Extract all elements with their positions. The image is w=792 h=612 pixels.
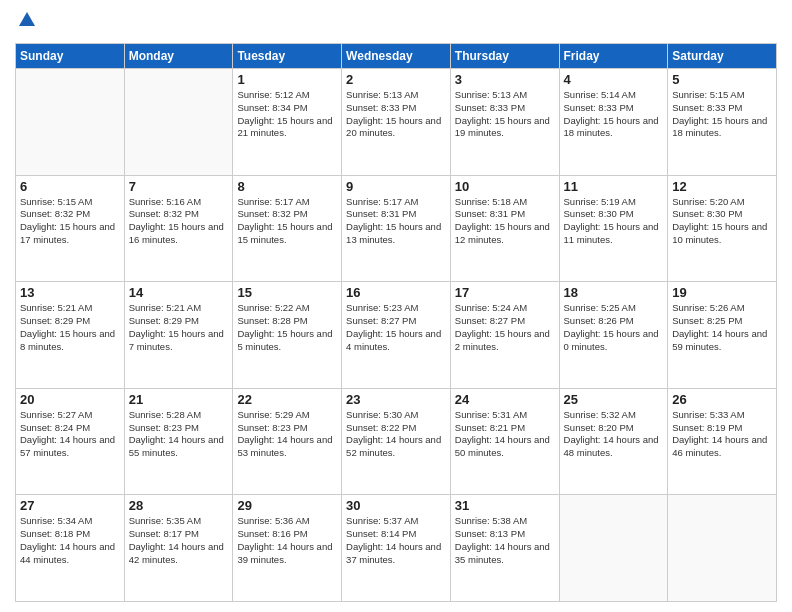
day-number: 21 xyxy=(129,392,229,407)
logo xyxy=(15,10,37,35)
cell-info: Sunrise: 5:29 AM Sunset: 8:23 PM Dayligh… xyxy=(237,409,337,460)
calendar-cell: 14Sunrise: 5:21 AM Sunset: 8:29 PM Dayli… xyxy=(124,282,233,389)
cell-info: Sunrise: 5:35 AM Sunset: 8:17 PM Dayligh… xyxy=(129,515,229,566)
day-number: 3 xyxy=(455,72,555,87)
cell-info: Sunrise: 5:18 AM Sunset: 8:31 PM Dayligh… xyxy=(455,196,555,247)
calendar-cell: 30Sunrise: 5:37 AM Sunset: 8:14 PM Dayli… xyxy=(342,495,451,602)
cell-info: Sunrise: 5:13 AM Sunset: 8:33 PM Dayligh… xyxy=(346,89,446,140)
cell-info: Sunrise: 5:22 AM Sunset: 8:28 PM Dayligh… xyxy=(237,302,337,353)
day-number: 4 xyxy=(564,72,664,87)
calendar-cell: 21Sunrise: 5:28 AM Sunset: 8:23 PM Dayli… xyxy=(124,388,233,495)
cell-info: Sunrise: 5:16 AM Sunset: 8:32 PM Dayligh… xyxy=(129,196,229,247)
cell-info: Sunrise: 5:12 AM Sunset: 8:34 PM Dayligh… xyxy=(237,89,337,140)
calendar-cell: 15Sunrise: 5:22 AM Sunset: 8:28 PM Dayli… xyxy=(233,282,342,389)
day-number: 23 xyxy=(346,392,446,407)
cell-info: Sunrise: 5:36 AM Sunset: 8:16 PM Dayligh… xyxy=(237,515,337,566)
calendar-cell: 12Sunrise: 5:20 AM Sunset: 8:30 PM Dayli… xyxy=(668,175,777,282)
calendar-cell: 7Sunrise: 5:16 AM Sunset: 8:32 PM Daylig… xyxy=(124,175,233,282)
calendar-cell: 22Sunrise: 5:29 AM Sunset: 8:23 PM Dayli… xyxy=(233,388,342,495)
day-number: 20 xyxy=(20,392,120,407)
page: SundayMondayTuesdayWednesdayThursdayFrid… xyxy=(0,0,792,612)
day-number: 25 xyxy=(564,392,664,407)
calendar-cell: 31Sunrise: 5:38 AM Sunset: 8:13 PM Dayli… xyxy=(450,495,559,602)
cell-info: Sunrise: 5:17 AM Sunset: 8:31 PM Dayligh… xyxy=(346,196,446,247)
calendar-cell xyxy=(16,69,125,176)
calendar-cell: 8Sunrise: 5:17 AM Sunset: 8:32 PM Daylig… xyxy=(233,175,342,282)
calendar-cell: 17Sunrise: 5:24 AM Sunset: 8:27 PM Dayli… xyxy=(450,282,559,389)
day-number: 28 xyxy=(129,498,229,513)
cell-info: Sunrise: 5:24 AM Sunset: 8:27 PM Dayligh… xyxy=(455,302,555,353)
day-number: 26 xyxy=(672,392,772,407)
cell-info: Sunrise: 5:32 AM Sunset: 8:20 PM Dayligh… xyxy=(564,409,664,460)
day-header-tuesday: Tuesday xyxy=(233,44,342,69)
cell-info: Sunrise: 5:31 AM Sunset: 8:21 PM Dayligh… xyxy=(455,409,555,460)
cell-info: Sunrise: 5:28 AM Sunset: 8:23 PM Dayligh… xyxy=(129,409,229,460)
svg-marker-0 xyxy=(19,12,35,26)
calendar-cell: 29Sunrise: 5:36 AM Sunset: 8:16 PM Dayli… xyxy=(233,495,342,602)
calendar-week-4: 27Sunrise: 5:34 AM Sunset: 8:18 PM Dayli… xyxy=(16,495,777,602)
calendar-cell xyxy=(124,69,233,176)
day-number: 6 xyxy=(20,179,120,194)
calendar-header-row: SundayMondayTuesdayWednesdayThursdayFrid… xyxy=(16,44,777,69)
calendar-cell: 27Sunrise: 5:34 AM Sunset: 8:18 PM Dayli… xyxy=(16,495,125,602)
calendar-cell: 13Sunrise: 5:21 AM Sunset: 8:29 PM Dayli… xyxy=(16,282,125,389)
day-number: 18 xyxy=(564,285,664,300)
day-header-wednesday: Wednesday xyxy=(342,44,451,69)
day-number: 22 xyxy=(237,392,337,407)
day-number: 11 xyxy=(564,179,664,194)
calendar-week-2: 13Sunrise: 5:21 AM Sunset: 8:29 PM Dayli… xyxy=(16,282,777,389)
calendar-cell: 3Sunrise: 5:13 AM Sunset: 8:33 PM Daylig… xyxy=(450,69,559,176)
cell-info: Sunrise: 5:34 AM Sunset: 8:18 PM Dayligh… xyxy=(20,515,120,566)
cell-info: Sunrise: 5:17 AM Sunset: 8:32 PM Dayligh… xyxy=(237,196,337,247)
cell-info: Sunrise: 5:33 AM Sunset: 8:19 PM Dayligh… xyxy=(672,409,772,460)
cell-info: Sunrise: 5:13 AM Sunset: 8:33 PM Dayligh… xyxy=(455,89,555,140)
calendar-cell: 26Sunrise: 5:33 AM Sunset: 8:19 PM Dayli… xyxy=(668,388,777,495)
cell-info: Sunrise: 5:20 AM Sunset: 8:30 PM Dayligh… xyxy=(672,196,772,247)
calendar-cell: 10Sunrise: 5:18 AM Sunset: 8:31 PM Dayli… xyxy=(450,175,559,282)
day-number: 19 xyxy=(672,285,772,300)
calendar-cell: 25Sunrise: 5:32 AM Sunset: 8:20 PM Dayli… xyxy=(559,388,668,495)
calendar-cell: 24Sunrise: 5:31 AM Sunset: 8:21 PM Dayli… xyxy=(450,388,559,495)
calendar-cell: 20Sunrise: 5:27 AM Sunset: 8:24 PM Dayli… xyxy=(16,388,125,495)
cell-info: Sunrise: 5:19 AM Sunset: 8:30 PM Dayligh… xyxy=(564,196,664,247)
calendar-cell: 6Sunrise: 5:15 AM Sunset: 8:32 PM Daylig… xyxy=(16,175,125,282)
header xyxy=(15,10,777,35)
calendar-cell: 19Sunrise: 5:26 AM Sunset: 8:25 PM Dayli… xyxy=(668,282,777,389)
day-number: 16 xyxy=(346,285,446,300)
logo-icon xyxy=(17,10,37,30)
calendar-cell: 23Sunrise: 5:30 AM Sunset: 8:22 PM Dayli… xyxy=(342,388,451,495)
cell-info: Sunrise: 5:30 AM Sunset: 8:22 PM Dayligh… xyxy=(346,409,446,460)
cell-info: Sunrise: 5:21 AM Sunset: 8:29 PM Dayligh… xyxy=(20,302,120,353)
calendar-cell: 16Sunrise: 5:23 AM Sunset: 8:27 PM Dayli… xyxy=(342,282,451,389)
day-number: 30 xyxy=(346,498,446,513)
day-header-sunday: Sunday xyxy=(16,44,125,69)
cell-info: Sunrise: 5:23 AM Sunset: 8:27 PM Dayligh… xyxy=(346,302,446,353)
calendar-cell: 9Sunrise: 5:17 AM Sunset: 8:31 PM Daylig… xyxy=(342,175,451,282)
day-number: 15 xyxy=(237,285,337,300)
day-number: 9 xyxy=(346,179,446,194)
calendar-cell: 11Sunrise: 5:19 AM Sunset: 8:30 PM Dayli… xyxy=(559,175,668,282)
calendar-week-1: 6Sunrise: 5:15 AM Sunset: 8:32 PM Daylig… xyxy=(16,175,777,282)
cell-info: Sunrise: 5:21 AM Sunset: 8:29 PM Dayligh… xyxy=(129,302,229,353)
day-number: 5 xyxy=(672,72,772,87)
cell-info: Sunrise: 5:14 AM Sunset: 8:33 PM Dayligh… xyxy=(564,89,664,140)
calendar-cell: 1Sunrise: 5:12 AM Sunset: 8:34 PM Daylig… xyxy=(233,69,342,176)
calendar-cell: 5Sunrise: 5:15 AM Sunset: 8:33 PM Daylig… xyxy=(668,69,777,176)
cell-info: Sunrise: 5:15 AM Sunset: 8:32 PM Dayligh… xyxy=(20,196,120,247)
day-number: 27 xyxy=(20,498,120,513)
day-number: 10 xyxy=(455,179,555,194)
day-header-saturday: Saturday xyxy=(668,44,777,69)
calendar-cell xyxy=(668,495,777,602)
cell-info: Sunrise: 5:27 AM Sunset: 8:24 PM Dayligh… xyxy=(20,409,120,460)
calendar-cell: 18Sunrise: 5:25 AM Sunset: 8:26 PM Dayli… xyxy=(559,282,668,389)
day-number: 14 xyxy=(129,285,229,300)
calendar-week-0: 1Sunrise: 5:12 AM Sunset: 8:34 PM Daylig… xyxy=(16,69,777,176)
calendar-cell: 2Sunrise: 5:13 AM Sunset: 8:33 PM Daylig… xyxy=(342,69,451,176)
day-number: 13 xyxy=(20,285,120,300)
calendar-week-3: 20Sunrise: 5:27 AM Sunset: 8:24 PM Dayli… xyxy=(16,388,777,495)
cell-info: Sunrise: 5:25 AM Sunset: 8:26 PM Dayligh… xyxy=(564,302,664,353)
day-header-friday: Friday xyxy=(559,44,668,69)
calendar-cell: 28Sunrise: 5:35 AM Sunset: 8:17 PM Dayli… xyxy=(124,495,233,602)
day-number: 17 xyxy=(455,285,555,300)
cell-info: Sunrise: 5:26 AM Sunset: 8:25 PM Dayligh… xyxy=(672,302,772,353)
